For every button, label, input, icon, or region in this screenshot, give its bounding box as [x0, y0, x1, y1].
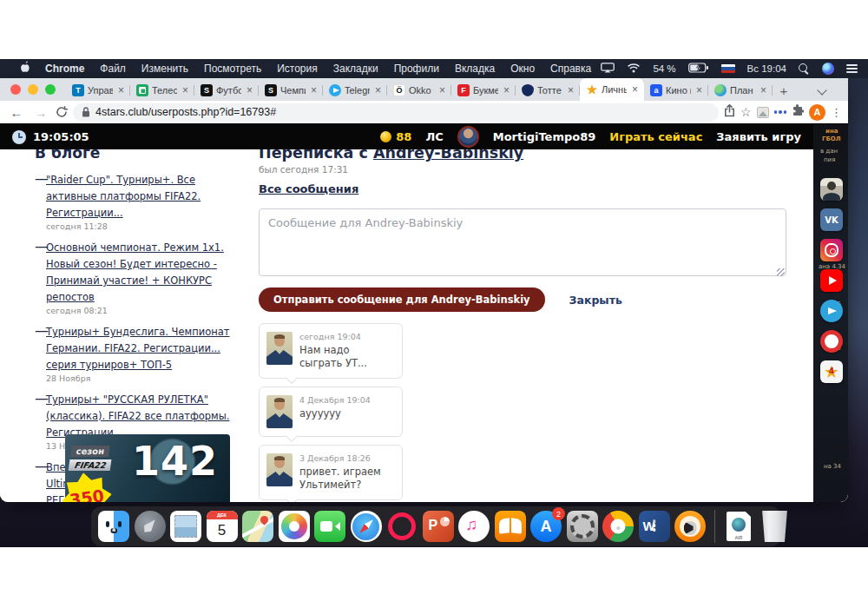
fourstars-logo-icon[interactable] — [820, 360, 843, 383]
tab-close-icon[interactable]: × — [502, 84, 511, 96]
dock-system-preferences-icon[interactable] — [567, 511, 598, 542]
tab-close-icon[interactable]: × — [373, 84, 383, 96]
claim-game-link[interactable]: Заявить игру — [716, 130, 801, 143]
tab-close-icon[interactable]: × — [245, 84, 254, 96]
menu-item-bookmarks[interactable]: Закладки — [326, 63, 386, 75]
dock-mail-icon[interactable] — [170, 511, 201, 542]
tab-close-icon[interactable]: × — [116, 84, 126, 96]
menu-item-window[interactable]: Окно — [503, 63, 542, 75]
tab-kino[interactable]: aКино в× — [644, 80, 708, 101]
close-window-button[interactable] — [10, 84, 21, 95]
tab-okko[interactable]: ÖOkko C× — [387, 80, 451, 101]
tab-close-icon[interactable]: × — [566, 84, 575, 96]
tab-search-chevron-icon[interactable] — [814, 80, 832, 101]
menu-item-view[interactable]: Посмотреть — [196, 63, 269, 75]
siri-icon[interactable] — [822, 63, 834, 75]
send-message-button[interactable]: Отправить сообщение для Andrey-Babinskiy — [259, 287, 545, 312]
blog-post-link[interactable]: "Raider Cup". Турниры+. Все активные пла… — [46, 174, 201, 219]
tab-futbo[interactable]: SФутбо× — [194, 80, 259, 101]
tab-close-icon[interactable]: × — [181, 84, 190, 96]
menu-item-help[interactable]: Справка — [542, 63, 599, 75]
private-messages-link[interactable]: ЛС — [425, 130, 443, 143]
menu-clock[interactable]: Вс 19:04 — [747, 63, 786, 74]
tab-bukme[interactable]: FБукме× — [451, 80, 516, 101]
support-lifebuoy-icon[interactable] — [820, 330, 843, 353]
address-bar[interactable]: 4stars.club/userposts.php?id=16793# — [73, 103, 719, 122]
season-banner[interactable]: сезон FIFA22 142 350 — [65, 434, 230, 502]
dock-appstore-icon[interactable]: 2 — [530, 511, 562, 542]
dock-safari-icon[interactable] — [351, 511, 382, 542]
youtube-icon[interactable] — [820, 269, 843, 292]
tab-close-icon[interactable]: × — [759, 84, 768, 96]
menu-item-profiles[interactable]: Профили — [386, 63, 447, 75]
partner-profile-link[interactable]: Andrey-Babinskiy — [373, 149, 523, 162]
dock-file-air[interactable]: AIR — [723, 511, 754, 542]
tab-totte[interactable]: Тотте× — [516, 80, 580, 101]
dock-facetime-icon[interactable] — [314, 511, 345, 542]
tab-lichny-active[interactable]: ★Личны× — [580, 78, 644, 101]
dock-media-player-icon[interactable] — [674, 511, 706, 542]
tab-close-icon[interactable]: × — [694, 84, 704, 96]
all-messages-link[interactable]: Все сообщения — [259, 182, 358, 195]
new-tab-button[interactable]: + — [773, 80, 795, 101]
coin-balance[interactable]: 88 — [396, 130, 411, 143]
apple-menu-icon[interactable] — [10, 61, 37, 76]
telegram-icon[interactable] — [820, 300, 843, 322]
dock-opera-icon[interactable] — [388, 512, 416, 540]
username[interactable]: MortigiTempo89 — [493, 130, 596, 143]
close-link[interactable]: Закрыть — [569, 294, 622, 307]
tab-favicon — [522, 84, 534, 96]
menu-item-tab[interactable]: Вкладка — [447, 63, 503, 75]
tab-telegram[interactable]: Telegr× — [323, 80, 387, 101]
dock-launchpad-icon[interactable] — [135, 511, 166, 542]
extension-dots-icon[interactable] — [774, 110, 787, 114]
minimize-window-button[interactable] — [28, 84, 38, 95]
tab-close-icon[interactable]: × — [630, 83, 640, 96]
instagram-icon[interactable] — [820, 239, 843, 261]
spotlight-search-icon[interactable] — [799, 63, 810, 75]
bookmark-star-icon[interactable]: ☆ — [740, 105, 752, 119]
dock-music-icon[interactable] — [458, 511, 490, 542]
vk-icon[interactable]: VK — [820, 208, 843, 231]
forward-button[interactable]: → — [31, 105, 50, 120]
zoom-window-button[interactable] — [45, 84, 56, 95]
browser-menu-icon[interactable]: ⋮ — [831, 106, 839, 119]
blog-post-link[interactable]: Основной чемпионат. Режим 1x1. Новый сез… — [46, 241, 224, 303]
play-now-link[interactable]: Играть сейчас — [609, 130, 702, 143]
message-input[interactable] — [259, 208, 786, 276]
dock-chrome-icon[interactable] — [602, 511, 634, 542]
tab-close-icon[interactable]: × — [437, 84, 447, 96]
input-language-flag-ru[interactable] — [721, 64, 735, 73]
blog-post-link[interactable]: Турниры+ "РУССКАЯ РУЛЕТКА" (классика). F… — [46, 393, 230, 439]
dock-maps-icon[interactable] — [242, 511, 273, 542]
tab-close-icon[interactable]: × — [309, 84, 319, 96]
menu-item-history[interactable]: История — [269, 63, 326, 75]
share-icon[interactable] — [724, 104, 735, 121]
extensions-puzzle-icon[interactable] — [792, 104, 804, 120]
dock-word-icon[interactable] — [639, 511, 670, 542]
dock-books-icon[interactable] — [495, 511, 526, 542]
tab-uprav[interactable]: TУправ× — [66, 80, 130, 101]
profile-avatar[interactable]: A — [809, 104, 825, 121]
menu-item-file[interactable]: Файл — [92, 63, 134, 75]
notification-center-icon[interactable] — [846, 64, 858, 73]
tab-chempi[interactable]: SЧемпи× — [259, 80, 323, 101]
screen-mirroring-icon[interactable] — [601, 63, 615, 76]
menu-app-name[interactable]: Chrome — [37, 63, 92, 75]
menu-item-edit[interactable]: Изменить — [134, 63, 196, 75]
tab-plan[interactable]: План с× — [708, 80, 773, 101]
profile-photo-widget[interactable] — [820, 178, 843, 201]
back-button[interactable]: ← — [7, 105, 26, 120]
blog-post-link[interactable]: Турниры+ Бундеслига. Чемпионат Германии.… — [46, 326, 230, 371]
dock-photos-icon[interactable] — [279, 511, 310, 542]
textarea-resize-handle[interactable] — [777, 268, 785, 276]
battery-percentage[interactable]: 54 % — [653, 63, 675, 74]
dock-finder-icon[interactable] — [98, 511, 129, 542]
reload-button[interactable] — [56, 106, 68, 118]
tab-teles[interactable]: Телес× — [130, 80, 194, 101]
dock-powerpoint-icon[interactable] — [423, 511, 454, 542]
wifi-icon[interactable] — [627, 63, 641, 76]
dock-calendar-icon[interactable]: ДЕК 5 — [207, 511, 238, 542]
extension-icon[interactable] — [757, 107, 769, 118]
user-avatar[interactable] — [457, 126, 479, 148]
